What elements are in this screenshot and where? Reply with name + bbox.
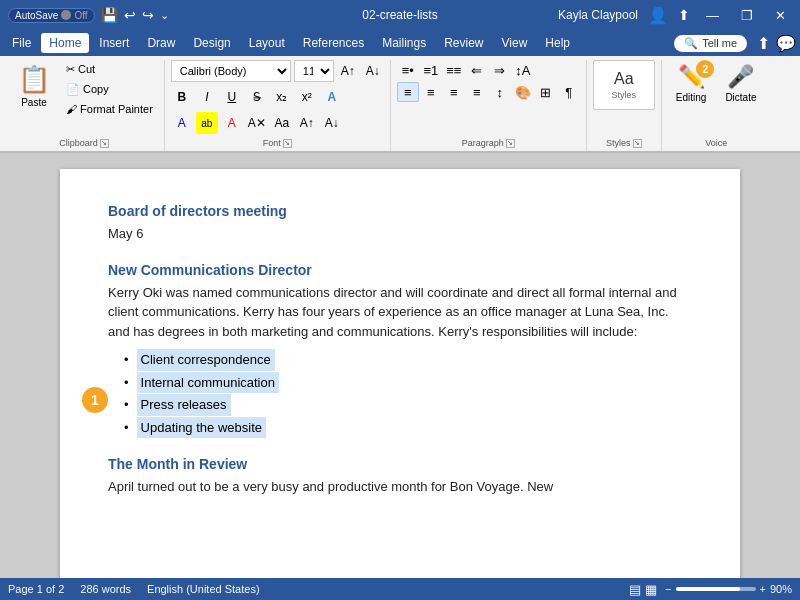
italic-button[interactable]: I [196,86,218,108]
layout-icons[interactable]: ▤ ▦ [629,582,657,597]
copy-button[interactable]: 📄 Copy [61,80,158,99]
menu-file[interactable]: File [4,33,39,53]
multi-level-list-btn[interactable]: ≡≡ [443,60,465,80]
list-section: 1 • Client correspondence • Internal com… [124,349,692,438]
menu-help[interactable]: Help [537,33,578,53]
change-case-btn[interactable]: Aa [271,112,293,134]
decrease-font2-btn[interactable]: A↓ [321,112,343,134]
menu-layout[interactable]: Layout [241,33,293,53]
close-btn[interactable]: ✕ [769,6,792,25]
zoom-out-btn[interactable]: − [665,583,671,595]
autosave-toggle[interactable]: AutoSave Off [8,8,95,23]
word-count: 286 words [80,583,131,595]
menu-design[interactable]: Design [185,33,238,53]
redo-btn[interactable]: ↪ [142,7,154,23]
section1-heading: Board of directors meeting [108,201,692,222]
sort-btn[interactable]: ↕A [512,60,534,80]
clear-format-btn[interactable]: A✕ [246,112,268,134]
font-row1: Calibri (Body) 11 A↑ A↓ [171,60,384,82]
align-center-btn[interactable]: ≡ [420,82,442,102]
font-row2: B I U S̶ x₂ x² A [171,86,343,108]
increase-font2-btn[interactable]: A↑ [296,112,318,134]
tell-me-bar[interactable]: 🔍 Tell me [674,35,747,52]
line-spacing-btn[interactable]: ↕ [489,82,511,102]
status-left: Page 1 of 2 286 words English (United St… [8,583,260,595]
minimize-btn[interactable]: — [700,6,725,25]
styles-icon-label: Styles [612,90,637,100]
list-item-4: • Updating the website [124,417,692,439]
zoom-in-btn[interactable]: + [760,583,766,595]
align-left-btn[interactable]: ≡ [397,82,419,102]
list-item-3: • Press releases [124,394,692,416]
bold-button[interactable]: B [171,86,193,108]
underline-button[interactable]: U [221,86,243,108]
increase-indent-btn[interactable]: ⇒ [489,60,511,80]
menu-draw[interactable]: Draw [139,33,183,53]
status-right: ▤ ▦ − + 90% [629,582,792,597]
shading-btn[interactable]: 🎨 [512,82,534,102]
strikethrough-button[interactable]: S̶ [246,86,268,108]
styles-gallery[interactable]: Aa Styles [593,60,655,110]
font-name-select[interactable]: Calibri (Body) [171,60,291,82]
list-item-2-text: Internal communication [137,372,279,394]
clipboard-expander[interactable]: ↘ [100,139,109,148]
menu-mailings[interactable]: Mailings [374,33,434,53]
paste-icon: 📋 [18,64,50,95]
font-group: Calibri (Body) 11 A↑ A↓ B I U S̶ x₂ x² A [165,60,391,151]
styles-expander[interactable]: ↘ [633,139,642,148]
dictate-button[interactable]: 🎤 Dictate [717,60,764,107]
highlight-btn[interactable]: ab [196,112,218,134]
justify-btn[interactable]: ≡ [466,82,488,102]
clipboard-content: 📋 Paste ✂ Cut 📄 Copy 🖌 Format Painter [10,60,158,136]
tell-me-label: Tell me [702,37,737,49]
increase-font-btn[interactable]: A↑ [337,60,359,82]
list-item-1: • Client correspondence [124,349,692,371]
menu-references[interactable]: References [295,33,372,53]
menu-insert[interactable]: Insert [91,33,137,53]
format-painter-button[interactable]: 🖌 Format Painter [61,100,158,118]
language: English (United States) [147,583,260,595]
list-item-1-text: Client correspondence [137,349,275,371]
accounts-icon[interactable]: 👤 [648,6,668,25]
align-right-btn[interactable]: ≡ [443,82,465,102]
font-expander[interactable]: ↘ [283,139,292,148]
comments-icon[interactable]: 💬 [776,34,796,53]
subscript-button[interactable]: x₂ [271,86,293,108]
ribbon: 📋 Paste ✂ Cut 📄 Copy 🖌 Format Painter Cl… [0,56,800,153]
paragraph-expander[interactable]: ↘ [506,139,515,148]
font-color-btn[interactable]: A [171,112,193,134]
cut-button[interactable]: ✂ Cut [61,60,158,79]
numbering-button[interactable]: ≡1 [420,60,442,80]
share-icon[interactable]: ⬆ [678,7,690,23]
bullet-1: • [124,350,129,370]
font-color2-btn[interactable]: A [221,112,243,134]
section3: The Month in Review April turned out to … [108,454,692,497]
menu-home[interactable]: Home [41,33,89,53]
clipboard-group: 📋 Paste ✂ Cut 📄 Copy 🖌 Format Painter Cl… [4,60,165,151]
document-page[interactable]: Board of directors meeting May 6 New Com… [60,169,740,595]
decrease-indent-btn[interactable]: ⇐ [466,60,488,80]
save-icon[interactable]: 💾 [101,7,118,23]
paste-button[interactable]: 📋 Paste [10,60,58,112]
undo-btn[interactable]: ↩ [124,7,136,23]
bullets-button[interactable]: ≡• [397,60,419,80]
customize-btn[interactable]: ⌄ [160,9,169,22]
restore-btn[interactable]: ❐ [735,6,759,25]
menu-view[interactable]: View [494,33,536,53]
borders-btn[interactable]: ⊞ [535,82,557,102]
font-size-select[interactable]: 11 [294,60,334,82]
zoom-slider[interactable] [676,587,756,591]
autosave-dot [61,10,71,20]
text-effects-button[interactable]: A [321,86,343,108]
bullet-4: • [124,418,129,438]
editing-label: Editing [676,92,707,103]
superscript-button[interactable]: x² [296,86,318,108]
menu-review[interactable]: Review [436,33,491,53]
title-bar-left: AutoSave Off 💾 ↩ ↪ ⌄ [8,7,169,23]
decrease-font-btn[interactable]: A↓ [362,60,384,82]
para-row2: ≡ ≡ ≡ ≡ ↕ 🎨 ⊞ ¶ [397,82,580,102]
share-ribbon-icon[interactable]: ⬆ [757,34,770,53]
section1: Board of directors meeting May 6 [108,201,692,244]
status-bar: Page 1 of 2 286 words English (United St… [0,578,800,600]
pilcrow-btn[interactable]: ¶ [558,82,580,102]
